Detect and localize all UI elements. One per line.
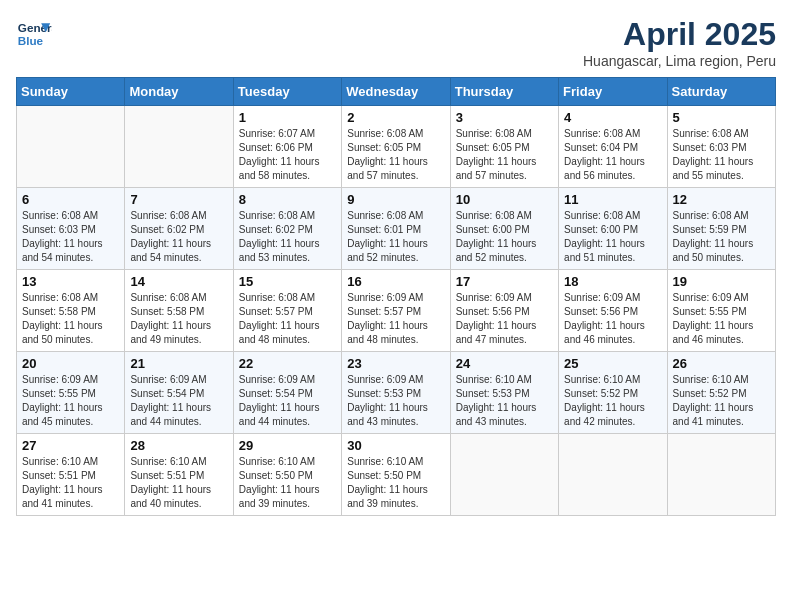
calendar-cell: 7Sunrise: 6:08 AM Sunset: 6:02 PM Daylig… <box>125 188 233 270</box>
cell-info: Sunrise: 6:08 AM Sunset: 6:00 PM Dayligh… <box>564 209 661 265</box>
day-number: 8 <box>239 192 336 207</box>
day-number: 22 <box>239 356 336 371</box>
day-number: 9 <box>347 192 444 207</box>
calendar-cell: 29Sunrise: 6:10 AM Sunset: 5:50 PM Dayli… <box>233 434 341 516</box>
day-header-monday: Monday <box>125 78 233 106</box>
cell-info: Sunrise: 6:10 AM Sunset: 5:51 PM Dayligh… <box>130 455 227 511</box>
cell-info: Sunrise: 6:08 AM Sunset: 6:02 PM Dayligh… <box>239 209 336 265</box>
day-number: 5 <box>673 110 770 125</box>
page-header: General Blue April 2025 Huangascar, Lima… <box>16 16 776 69</box>
calendar-cell: 19Sunrise: 6:09 AM Sunset: 5:55 PM Dayli… <box>667 270 775 352</box>
day-number: 24 <box>456 356 553 371</box>
calendar-cell: 1Sunrise: 6:07 AM Sunset: 6:06 PM Daylig… <box>233 106 341 188</box>
calendar-cell: 28Sunrise: 6:10 AM Sunset: 5:51 PM Dayli… <box>125 434 233 516</box>
calendar-week-row: 1Sunrise: 6:07 AM Sunset: 6:06 PM Daylig… <box>17 106 776 188</box>
day-number: 16 <box>347 274 444 289</box>
logo: General Blue <box>16 16 52 52</box>
cell-info: Sunrise: 6:08 AM Sunset: 6:05 PM Dayligh… <box>456 127 553 183</box>
cell-info: Sunrise: 6:08 AM Sunset: 6:01 PM Dayligh… <box>347 209 444 265</box>
calendar-cell: 3Sunrise: 6:08 AM Sunset: 6:05 PM Daylig… <box>450 106 558 188</box>
calendar-cell: 17Sunrise: 6:09 AM Sunset: 5:56 PM Dayli… <box>450 270 558 352</box>
calendar-cell: 30Sunrise: 6:10 AM Sunset: 5:50 PM Dayli… <box>342 434 450 516</box>
cell-info: Sunrise: 6:08 AM Sunset: 6:03 PM Dayligh… <box>673 127 770 183</box>
day-number: 2 <box>347 110 444 125</box>
day-number: 27 <box>22 438 119 453</box>
month-title: April 2025 <box>583 16 776 53</box>
calendar-cell <box>667 434 775 516</box>
calendar-cell: 25Sunrise: 6:10 AM Sunset: 5:52 PM Dayli… <box>559 352 667 434</box>
day-number: 10 <box>456 192 553 207</box>
calendar-cell: 10Sunrise: 6:08 AM Sunset: 6:00 PM Dayli… <box>450 188 558 270</box>
day-number: 20 <box>22 356 119 371</box>
cell-info: Sunrise: 6:09 AM Sunset: 5:57 PM Dayligh… <box>347 291 444 347</box>
title-area: April 2025 Huangascar, Lima region, Peru <box>583 16 776 69</box>
day-number: 1 <box>239 110 336 125</box>
day-number: 7 <box>130 192 227 207</box>
calendar-cell: 24Sunrise: 6:10 AM Sunset: 5:53 PM Dayli… <box>450 352 558 434</box>
calendar-cell <box>17 106 125 188</box>
day-number: 23 <box>347 356 444 371</box>
calendar-cell: 20Sunrise: 6:09 AM Sunset: 5:55 PM Dayli… <box>17 352 125 434</box>
calendar-cell: 14Sunrise: 6:08 AM Sunset: 5:58 PM Dayli… <box>125 270 233 352</box>
calendar-cell: 9Sunrise: 6:08 AM Sunset: 6:01 PM Daylig… <box>342 188 450 270</box>
cell-info: Sunrise: 6:08 AM Sunset: 5:57 PM Dayligh… <box>239 291 336 347</box>
day-number: 4 <box>564 110 661 125</box>
cell-info: Sunrise: 6:07 AM Sunset: 6:06 PM Dayligh… <box>239 127 336 183</box>
calendar-week-row: 27Sunrise: 6:10 AM Sunset: 5:51 PM Dayli… <box>17 434 776 516</box>
cell-info: Sunrise: 6:09 AM Sunset: 5:55 PM Dayligh… <box>673 291 770 347</box>
cell-info: Sunrise: 6:10 AM Sunset: 5:50 PM Dayligh… <box>347 455 444 511</box>
day-number: 15 <box>239 274 336 289</box>
location-subtitle: Huangascar, Lima region, Peru <box>583 53 776 69</box>
day-number: 26 <box>673 356 770 371</box>
day-number: 28 <box>130 438 227 453</box>
calendar-cell: 18Sunrise: 6:09 AM Sunset: 5:56 PM Dayli… <box>559 270 667 352</box>
day-header-thursday: Thursday <box>450 78 558 106</box>
calendar-header-row: SundayMondayTuesdayWednesdayThursdayFrid… <box>17 78 776 106</box>
calendar-cell: 8Sunrise: 6:08 AM Sunset: 6:02 PM Daylig… <box>233 188 341 270</box>
day-number: 13 <box>22 274 119 289</box>
day-number: 3 <box>456 110 553 125</box>
calendar-cell: 22Sunrise: 6:09 AM Sunset: 5:54 PM Dayli… <box>233 352 341 434</box>
calendar-cell: 2Sunrise: 6:08 AM Sunset: 6:05 PM Daylig… <box>342 106 450 188</box>
cell-info: Sunrise: 6:09 AM Sunset: 5:54 PM Dayligh… <box>239 373 336 429</box>
cell-info: Sunrise: 6:09 AM Sunset: 5:56 PM Dayligh… <box>456 291 553 347</box>
day-number: 6 <box>22 192 119 207</box>
day-header-sunday: Sunday <box>17 78 125 106</box>
cell-info: Sunrise: 6:09 AM Sunset: 5:53 PM Dayligh… <box>347 373 444 429</box>
calendar-cell: 21Sunrise: 6:09 AM Sunset: 5:54 PM Dayli… <box>125 352 233 434</box>
svg-text:Blue: Blue <box>18 34 44 47</box>
calendar-cell: 15Sunrise: 6:08 AM Sunset: 5:57 PM Dayli… <box>233 270 341 352</box>
cell-info: Sunrise: 6:10 AM Sunset: 5:52 PM Dayligh… <box>673 373 770 429</box>
calendar-cell: 5Sunrise: 6:08 AM Sunset: 6:03 PM Daylig… <box>667 106 775 188</box>
cell-info: Sunrise: 6:09 AM Sunset: 5:55 PM Dayligh… <box>22 373 119 429</box>
calendar-table: SundayMondayTuesdayWednesdayThursdayFrid… <box>16 77 776 516</box>
cell-info: Sunrise: 6:08 AM Sunset: 5:59 PM Dayligh… <box>673 209 770 265</box>
cell-info: Sunrise: 6:10 AM Sunset: 5:50 PM Dayligh… <box>239 455 336 511</box>
cell-info: Sunrise: 6:09 AM Sunset: 5:54 PM Dayligh… <box>130 373 227 429</box>
calendar-cell: 12Sunrise: 6:08 AM Sunset: 5:59 PM Dayli… <box>667 188 775 270</box>
cell-info: Sunrise: 6:10 AM Sunset: 5:53 PM Dayligh… <box>456 373 553 429</box>
calendar-cell <box>125 106 233 188</box>
day-number: 18 <box>564 274 661 289</box>
calendar-cell: 6Sunrise: 6:08 AM Sunset: 6:03 PM Daylig… <box>17 188 125 270</box>
cell-info: Sunrise: 6:08 AM Sunset: 5:58 PM Dayligh… <box>22 291 119 347</box>
day-header-friday: Friday <box>559 78 667 106</box>
logo-icon: General Blue <box>16 16 52 52</box>
calendar-cell: 16Sunrise: 6:09 AM Sunset: 5:57 PM Dayli… <box>342 270 450 352</box>
day-header-wednesday: Wednesday <box>342 78 450 106</box>
day-number: 30 <box>347 438 444 453</box>
calendar-cell: 4Sunrise: 6:08 AM Sunset: 6:04 PM Daylig… <box>559 106 667 188</box>
calendar-cell: 27Sunrise: 6:10 AM Sunset: 5:51 PM Dayli… <box>17 434 125 516</box>
calendar-week-row: 20Sunrise: 6:09 AM Sunset: 5:55 PM Dayli… <box>17 352 776 434</box>
calendar-cell: 13Sunrise: 6:08 AM Sunset: 5:58 PM Dayli… <box>17 270 125 352</box>
calendar-cell: 11Sunrise: 6:08 AM Sunset: 6:00 PM Dayli… <box>559 188 667 270</box>
calendar-week-row: 13Sunrise: 6:08 AM Sunset: 5:58 PM Dayli… <box>17 270 776 352</box>
day-header-tuesday: Tuesday <box>233 78 341 106</box>
calendar-cell <box>559 434 667 516</box>
cell-info: Sunrise: 6:08 AM Sunset: 6:04 PM Dayligh… <box>564 127 661 183</box>
day-number: 14 <box>130 274 227 289</box>
day-number: 29 <box>239 438 336 453</box>
day-number: 21 <box>130 356 227 371</box>
cell-info: Sunrise: 6:08 AM Sunset: 6:03 PM Dayligh… <box>22 209 119 265</box>
day-number: 11 <box>564 192 661 207</box>
